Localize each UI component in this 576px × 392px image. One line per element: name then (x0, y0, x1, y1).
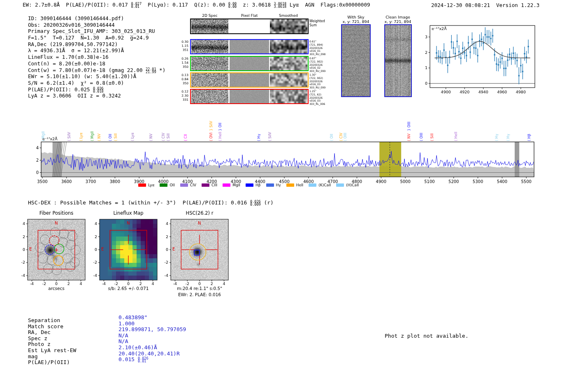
cleanimage-border (384, 24, 412, 97)
lineflux-map-image (100, 219, 157, 280)
spec2d-row0-border (190, 19, 309, 34)
fiber-positions-image (28, 219, 85, 280)
spec2d-row2-border (190, 56, 309, 71)
spec2d-row1-border (190, 39, 309, 54)
hsc-cutout-image (171, 219, 228, 280)
withsky-border (341, 24, 371, 97)
spec2d-row4-border (190, 89, 309, 104)
report-page: { "header": { "segments": [ {"t":"EW: 2.… (0, 0, 576, 392)
spec2d-row3-border (190, 72, 309, 88)
raster-layer (0, 0, 576, 392)
